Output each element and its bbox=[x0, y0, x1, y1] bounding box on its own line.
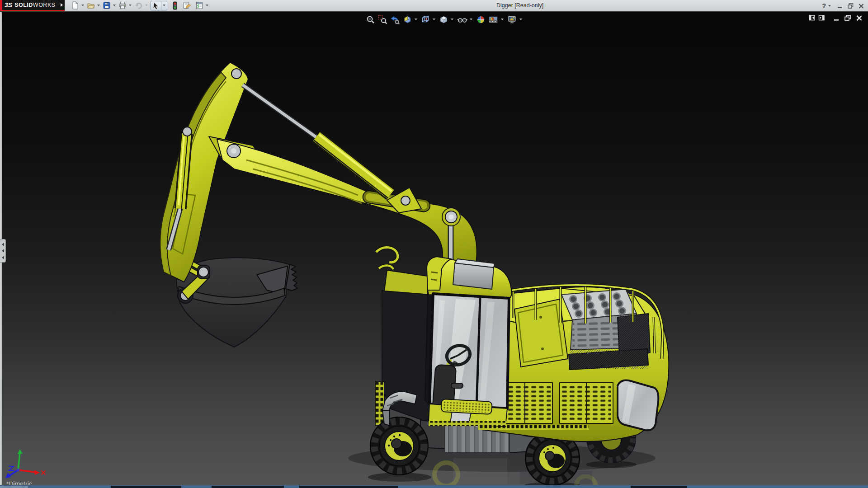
document-window-controls bbox=[809, 14, 863, 21]
open-folder-icon bbox=[87, 1, 95, 9]
zoom-to-area-button[interactable] bbox=[377, 14, 389, 25]
options-list-icon bbox=[195, 1, 203, 9]
options-dropdown-arrow[interactable] bbox=[206, 5, 208, 6]
display-style-cube-icon bbox=[439, 15, 448, 24]
select-cursor-icon bbox=[152, 2, 160, 9]
options-button[interactable] bbox=[194, 0, 204, 11]
heads-up-view-toolbar bbox=[364, 14, 524, 25]
3d-model-digger[interactable] bbox=[0, 12, 868, 488]
new-dropdown-arrow[interactable] bbox=[81, 5, 84, 6]
display-style-dropdown-arrow[interactable] bbox=[451, 19, 453, 20]
doc-minimize-button[interactable] bbox=[833, 14, 840, 21]
main-toolbar bbox=[70, 0, 210, 11]
minimize-button[interactable] bbox=[837, 3, 843, 9]
traffic-light-icon bbox=[172, 1, 178, 10]
rear-window bbox=[618, 380, 658, 431]
menu-expand-arrow-icon[interactable] bbox=[59, 0, 65, 11]
save-dropdown-arrow[interactable] bbox=[113, 5, 116, 6]
graphics-viewport[interactable]: *Dimetric bbox=[0, 11, 868, 488]
solidworks-window: 3S SOLIDWORKS bbox=[0, 0, 868, 488]
document-title: Digger [Read-only] bbox=[496, 2, 543, 9]
eyeglasses-icon bbox=[457, 15, 467, 24]
pane-toggle-right-icon[interactable] bbox=[818, 14, 825, 21]
view-orientation-dropdown-arrow[interactable] bbox=[433, 19, 435, 20]
collapse-arrow-icon bbox=[2, 256, 4, 259]
section-view-dropdown-arrow[interactable] bbox=[415, 19, 417, 20]
apply-scene-icon bbox=[488, 15, 499, 24]
feature-pane-collapse-tab[interactable] bbox=[0, 239, 6, 263]
new-document-button[interactable] bbox=[70, 0, 80, 11]
collapse-arrow-icon bbox=[2, 243, 4, 246]
undo-dropdown-arrow[interactable] bbox=[145, 5, 148, 6]
collapse-arrow-icon bbox=[2, 249, 4, 253]
zoom-to-fit-button[interactable] bbox=[364, 14, 377, 25]
pane-toggle-left-icon[interactable] bbox=[809, 14, 816, 21]
taskbar-edge[interactable] bbox=[0, 485, 868, 488]
hide-show-items-dropdown-arrow[interactable] bbox=[470, 19, 472, 20]
undo-button[interactable] bbox=[133, 0, 144, 11]
zoom-to-area-icon bbox=[378, 15, 387, 24]
appearance-ball-icon bbox=[476, 15, 486, 24]
zoom-to-fit-icon bbox=[366, 15, 375, 24]
title-bar: 3S SOLIDWORKS bbox=[0, 0, 868, 11]
help-button[interactable]: ? bbox=[822, 2, 826, 9]
section-view-button[interactable] bbox=[401, 14, 414, 25]
view-settings-dropdown-arrow[interactable] bbox=[519, 19, 522, 20]
undo-icon bbox=[134, 1, 143, 9]
select-button[interactable] bbox=[151, 1, 167, 10]
apply-scene-dropdown-arrow[interactable] bbox=[501, 19, 504, 20]
display-style-button[interactable] bbox=[438, 14, 450, 25]
step-grille bbox=[441, 399, 492, 414]
wheel-front-left bbox=[370, 417, 428, 475]
open-dropdown-arrow[interactable] bbox=[97, 5, 100, 6]
file-properties-icon bbox=[183, 1, 191, 9]
printer-icon bbox=[118, 1, 127, 9]
select-dropdown-arrow[interactable] bbox=[161, 1, 167, 10]
brand-text-solid: SOLID bbox=[14, 2, 33, 8]
view-settings-button[interactable] bbox=[506, 14, 519, 25]
apply-scene-button[interactable] bbox=[487, 14, 500, 25]
restore-button[interactable] bbox=[847, 3, 854, 9]
save-floppy-icon bbox=[103, 1, 111, 9]
cab bbox=[425, 257, 512, 427]
print-button[interactable] bbox=[118, 0, 127, 11]
close-button[interactable] bbox=[858, 3, 864, 9]
previous-view-icon bbox=[390, 15, 400, 24]
brand-text-works: WORKS bbox=[33, 2, 56, 8]
ds-logo-mark: 3S bbox=[5, 1, 12, 9]
hide-show-items-button[interactable] bbox=[456, 14, 469, 25]
doc-restore-button[interactable] bbox=[844, 14, 851, 21]
view-settings-icon bbox=[507, 15, 517, 24]
section-view-icon bbox=[403, 15, 412, 24]
view-orientation-cube-icon bbox=[421, 15, 430, 24]
new-document-icon bbox=[71, 1, 79, 9]
view-orientation-button[interactable] bbox=[420, 14, 432, 25]
file-properties-button[interactable] bbox=[182, 0, 192, 11]
help-dropdown-arrow[interactable] bbox=[828, 5, 831, 7]
solidworks-logo: 3S SOLIDWORKS bbox=[0, 0, 65, 11]
doc-close-button[interactable] bbox=[856, 14, 863, 21]
print-dropdown-arrow[interactable] bbox=[129, 5, 132, 6]
previous-view-button[interactable] bbox=[389, 14, 401, 25]
save-button[interactable] bbox=[102, 0, 112, 11]
edit-appearance-button[interactable] bbox=[475, 14, 487, 25]
titlebar-window-controls: ? bbox=[822, 0, 864, 11]
open-document-button[interactable] bbox=[86, 0, 96, 11]
rebuild-button[interactable] bbox=[171, 0, 179, 11]
